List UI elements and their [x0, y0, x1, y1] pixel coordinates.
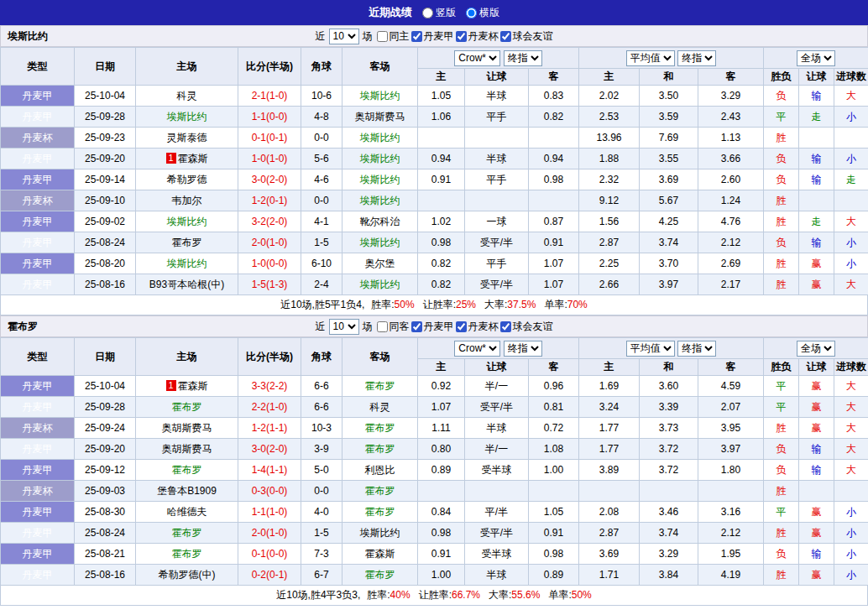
- euro-home-odds-cell: 1.71: [579, 565, 640, 586]
- winlose-result-cell: 平: [764, 502, 799, 523]
- home-team-cell: 韦加尔: [136, 190, 238, 211]
- layout-radio-vertical[interactable]: 竖版: [422, 6, 456, 20]
- horizontal-radio-input[interactable]: [466, 8, 477, 18]
- filter-checkbox[interactable]: 球会友谊: [499, 320, 553, 334]
- euro-away-odds-cell: 2.60: [698, 169, 764, 190]
- home-handicap-odds-cell: [418, 128, 465, 149]
- home-handicap-odds-cell: 0.98: [418, 523, 465, 544]
- filter-checkbox[interactable]: 丹麦甲: [410, 320, 454, 334]
- euro-away-odds-cell: 3.66: [698, 149, 764, 169]
- checkbox-input[interactable]: [411, 31, 422, 42]
- away-team-name: 埃斯比约: [360, 132, 400, 143]
- filter-checkbox[interactable]: 丹麦甲: [410, 29, 454, 44]
- league-type-cell: 丹麦杯: [1, 418, 75, 439]
- league-type-cell: 丹麦甲: [1, 376, 75, 397]
- league-type-cell: 丹麦甲: [1, 149, 75, 169]
- checkbox-input[interactable]: [500, 31, 511, 42]
- handicap-result-cell: 赢: [799, 253, 834, 274]
- match-row: 丹麦杯25-09-24奥胡斯费马1-2(1-1)10-3霍布罗1.11半球0.7…: [1, 418, 868, 439]
- home-team-name: 埃斯比约: [167, 111, 207, 122]
- summary-stat-label: 胜率:: [371, 299, 394, 310]
- winlose-result-cell: 平: [764, 376, 799, 397]
- col-header-date: 日期: [75, 338, 136, 376]
- filter-checkbox[interactable]: 球会友谊: [499, 29, 553, 44]
- col-header-home: 主场: [136, 338, 238, 376]
- odds-time-select[interactable]: 终指: [504, 50, 542, 66]
- summary-stat-value: 55.6%: [511, 589, 540, 601]
- home-team-name: 霍森斯: [178, 380, 208, 392]
- corners-cell: 10-3: [301, 418, 342, 439]
- checkbox-input[interactable]: [456, 321, 467, 332]
- col-header-type: 类型: [1, 338, 75, 376]
- date-cell: 25-09-14: [75, 169, 136, 190]
- match-count-select[interactable]: 10: [329, 29, 359, 44]
- checkbox-input[interactable]: [500, 321, 511, 332]
- score-cell: 2-0(1-0): [238, 523, 301, 544]
- league-filter-checkboxes: 同主丹麦甲丹麦杯球会友谊: [376, 29, 553, 44]
- subcol-home-euro: 主: [579, 359, 640, 376]
- corners-cell: 4-1: [301, 211, 342, 232]
- euro-odds-time-select[interactable]: 终指: [677, 341, 716, 357]
- home-team-name: 奥胡斯费马: [162, 443, 212, 455]
- away-handicap-odds-cell: 1.07: [529, 274, 579, 295]
- corners-cell: 4-8: [301, 107, 342, 128]
- home-team-name: 哈维德夫: [167, 506, 207, 518]
- checkbox-input[interactable]: [411, 321, 422, 332]
- home-team-name: 霍布罗: [172, 237, 202, 248]
- winlose-result-cell: 胜: [764, 253, 799, 274]
- checkbox-input[interactable]: [456, 31, 467, 42]
- subcol-handicap: 让球: [465, 359, 529, 376]
- filter-checkbox[interactable]: 丹麦杯: [455, 29, 499, 44]
- match-row: 丹麦甲25-08-24霍布罗2-0(1-0)1-5埃斯比约0.98受平/半0.9…: [1, 523, 868, 544]
- date-cell: 25-09-24: [75, 418, 136, 439]
- match-count-select[interactable]: 10: [329, 319, 359, 335]
- euro-odds-time-select[interactable]: 终指: [677, 50, 716, 66]
- euro-home-odds-cell: 1.77: [579, 418, 640, 439]
- euro-home-odds-cell: 2.25: [579, 253, 640, 274]
- goals-result-cell: 小: [834, 232, 868, 253]
- league-type-cell: 丹麦甲: [1, 460, 75, 481]
- euro-odds-type-select[interactable]: 平均值: [626, 341, 675, 357]
- euro-away-odds-cell: 3.29: [698, 86, 764, 107]
- handicap-result-cell: 输: [799, 232, 834, 253]
- team-name: 埃斯比约: [8, 29, 48, 44]
- date-cell: 25-08-20: [75, 253, 136, 274]
- winlose-result-cell: 负: [764, 86, 799, 107]
- odds-time-select[interactable]: 终指: [504, 341, 542, 357]
- away-handicap-odds-cell: [529, 190, 579, 211]
- euro-away-odds-cell: 1.95: [698, 544, 764, 565]
- winlose-result-cell: 负: [764, 169, 799, 190]
- checkbox-input[interactable]: [377, 31, 388, 42]
- vertical-radio-input[interactable]: [422, 8, 433, 18]
- odds-company-select[interactable]: Crow*: [454, 341, 500, 357]
- winlose-result-cell: 负: [764, 232, 799, 253]
- euro-home-odds-cell: 3.69: [579, 544, 640, 565]
- away-team-name: 霍布罗: [365, 506, 395, 518]
- filter-checkbox[interactable]: 同主: [376, 29, 410, 44]
- date-cell: 25-08-24: [75, 232, 136, 253]
- filter-checkbox[interactable]: 同客: [376, 320, 410, 334]
- filter-checkbox[interactable]: 丹麦杯: [455, 320, 499, 334]
- horizontal-radio-label: 横版: [479, 6, 499, 20]
- euro-home-odds-cell: 3.24: [579, 397, 640, 418]
- away-team-name: 利恩比: [365, 464, 395, 476]
- date-cell: 25-08-24: [75, 523, 136, 544]
- euro-draw-odds-cell: 3.69: [640, 169, 698, 190]
- result-scope-select[interactable]: 全场: [797, 341, 835, 357]
- match-row: 丹麦甲25-08-21霍布罗0-1(0-0)7-3霍森斯0.91受半球0.983…: [1, 544, 868, 565]
- euro-away-odds-cell: 2.12: [698, 523, 764, 544]
- corners-cell: 6-6: [301, 397, 342, 418]
- away-handicap-odds-cell: 1.00: [529, 460, 579, 481]
- euro-home-odds-cell: 1.56: [579, 211, 640, 232]
- checkbox-input[interactable]: [377, 321, 388, 332]
- euro-odds-type-select[interactable]: 平均值: [626, 50, 675, 66]
- summary-stat: 胜率:50%: [371, 298, 414, 312]
- result-scope-select[interactable]: 全场: [797, 50, 835, 66]
- odds-company-select[interactable]: Crow*: [454, 50, 500, 66]
- euro-draw-odds-cell: 5.67: [640, 190, 698, 211]
- date-cell: 25-09-28: [75, 397, 136, 418]
- home-handicap-odds-cell: 1.05: [418, 86, 465, 107]
- date-cell: 25-09-03: [75, 481, 136, 502]
- away-handicap-odds-cell: 0.98: [529, 544, 579, 565]
- layout-radio-horizontal[interactable]: 横版: [466, 6, 499, 20]
